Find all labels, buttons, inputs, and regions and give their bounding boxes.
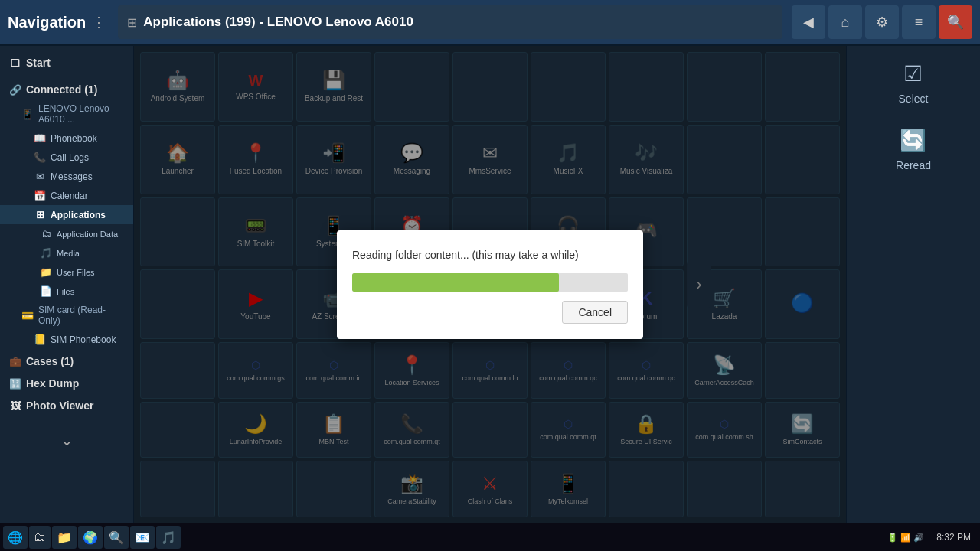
simcard-icon: 💳 <box>21 310 34 321</box>
progress-bar-fill <box>352 273 559 292</box>
content-area: 🤖Android System WWPS Office 💾Backup and … <box>134 46 846 523</box>
right-panel: ☑ Select 🔄 Reread <box>846 46 980 523</box>
reread-icon: 🔄 <box>900 128 926 153</box>
taskbar-btn-6[interactable]: 🎵 <box>156 526 181 549</box>
modal-box: Reading folder content... (this may take… <box>337 230 643 339</box>
modal-overlay: Reading folder content... (this may take… <box>134 46 846 523</box>
sidebar-item-media[interactable]: 🎵 Media <box>0 243 133 262</box>
sidebar-item-calllogs[interactable]: 📞 Call Logs <box>0 148 133 167</box>
sidebar-item-photoviewer[interactable]: 🖼 Photo Viewer <box>0 393 133 416</box>
taskbar-icon-5: 📧 <box>135 530 150 545</box>
calllogs-icon: 📞 <box>34 152 46 163</box>
taskbar: 🌐 🗂 📁 🌍 🔍 📧 🎵 🔋 📶 🔊 8:32 PM <box>0 523 980 551</box>
sidebar-item-messages[interactable]: ✉ Messages <box>0 167 133 186</box>
taskbar-systray: 🔋 📶 🔊 <box>883 533 929 543</box>
sidebar-item-files[interactable]: 📄 Files <box>0 282 133 301</box>
userfiles-icon: 📁 <box>40 266 52 278</box>
sidebar-item-calendar[interactable]: 📅 Calendar <box>0 186 133 205</box>
files-icon: 📄 <box>40 285 52 297</box>
sidebar-item-start[interactable]: ❏ Start <box>0 51 133 73</box>
taskbar-icon-1: 🗂 <box>34 530 46 544</box>
main-layout: ❏ Start 🔗 Connected (1) 📱 LENOVO Lenovo … <box>0 46 980 523</box>
sidebar-item-applications[interactable]: ⊞ Applications <box>0 205 133 224</box>
settings-button[interactable]: ⚙ <box>865 5 899 39</box>
progress-bar <box>352 273 628 292</box>
taskbar-icon-4: 🔍 <box>109 530 124 545</box>
sidebar-section-start: ❏ Start <box>0 46 133 77</box>
sidebar-item-hexdump[interactable]: 🔢 Hex Dump <box>0 371 133 393</box>
taskbar-btn-1[interactable]: 🗂 <box>29 526 51 549</box>
cancel-button[interactable]: Cancel <box>562 301 628 324</box>
sidebar-item-device[interactable]: 📱 LENOVO Lenovo A6010 ... <box>0 99 133 129</box>
connected-icon: 🔗 <box>9 84 21 96</box>
start-icon: ❏ <box>9 57 21 69</box>
appdata-icon: 🗂 <box>40 228 52 240</box>
sidebar-item-connected[interactable]: 🔗 Connected (1) <box>0 77 133 99</box>
phonebook-icon: 📖 <box>34 132 46 144</box>
device-icon: 📱 <box>21 109 34 120</box>
nav-dots-button[interactable]: ⋮ <box>92 14 106 31</box>
systray-icons: 🔋 📶 🔊 <box>887 533 924 543</box>
sidebar-item-phonebook[interactable]: 📖 Phonebook <box>0 129 133 148</box>
modal-message: Reading folder content... (this may take… <box>352 249 628 261</box>
sidebar-scroll-down-button[interactable]: ⌄ <box>60 431 74 449</box>
sidebar: ❏ Start 🔗 Connected (1) 📱 LENOVO Lenovo … <box>0 46 134 523</box>
sidebar-item-appdata[interactable]: 🗂 Application Data <box>0 224 133 243</box>
taskbar-time: 8:32 PM <box>930 532 977 543</box>
taskbar-btn-5[interactable]: 📧 <box>130 526 155 549</box>
app-title-bar: ⊞ Applications (199) - LENOVO Lenovo A60… <box>118 5 782 39</box>
menu-button[interactable]: ≡ <box>902 5 936 39</box>
taskbar-btn-2[interactable]: 📁 <box>52 526 77 549</box>
top-controls: ◀ ⌂ ⚙ ≡ 🔍 <box>792 5 972 39</box>
photoviewer-icon: 🖼 <box>9 400 21 412</box>
cases-icon: 💼 <box>9 356 21 367</box>
taskbar-btn-4[interactable]: 🔍 <box>104 526 129 549</box>
hexdump-icon: 🔢 <box>9 378 21 390</box>
calendar-icon: 📅 <box>34 190 46 201</box>
app-title-text: Applications (199) - LENOVO Lenovo A6010 <box>143 15 413 30</box>
home-button[interactable]: ⌂ <box>828 5 862 39</box>
taskbar-icon-6: 🎵 <box>161 530 176 545</box>
reread-label: Reread <box>896 159 931 171</box>
back-button[interactable]: ◀ <box>792 5 825 39</box>
select-label: Select <box>899 93 929 105</box>
grid-icon: ⊞ <box>127 15 137 30</box>
taskbar-icon-3: 🌍 <box>83 530 98 545</box>
taskbar-btn-3[interactable]: 🌍 <box>78 526 103 549</box>
select-icon: ☑ <box>903 61 923 86</box>
modal-buttons: Cancel <box>352 301 628 324</box>
media-icon: 🎵 <box>40 247 52 259</box>
applications-icon: ⊞ <box>34 209 46 220</box>
select-action[interactable]: ☑ Select <box>899 61 929 105</box>
taskbar-start-button[interactable]: 🌐 <box>3 526 28 549</box>
nav-title: Navigation <box>8 14 86 31</box>
search-button[interactable]: 🔍 <box>939 5 972 39</box>
taskbar-start-icon: 🌐 <box>8 530 23 545</box>
sidebar-item-simcard[interactable]: 💳 SIM card (Read-Only) <box>0 301 133 330</box>
simphonebook-icon: 📒 <box>34 334 46 345</box>
taskbar-icon-2: 📁 <box>57 530 72 545</box>
sidebar-item-userfiles[interactable]: 📁 User Files <box>0 262 133 282</box>
messages-icon: ✉ <box>34 171 46 182</box>
sidebar-item-cases[interactable]: 💼 Cases (1) <box>0 349 133 371</box>
reread-action[interactable]: 🔄 Reread <box>896 128 931 171</box>
top-bar: Navigation ⋮ ⊞ Applications (199) - LENO… <box>0 0 980 46</box>
sidebar-item-simphonebook[interactable]: 📒 SIM Phonebook <box>0 330 133 349</box>
